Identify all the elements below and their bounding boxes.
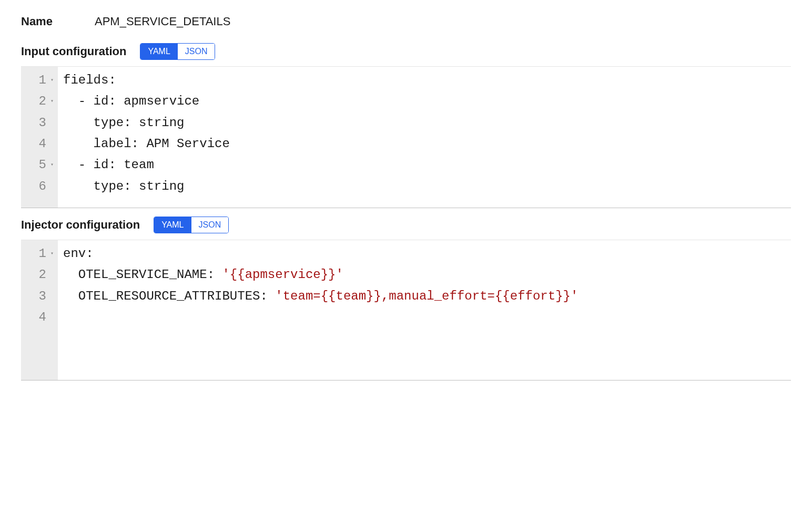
- input-config-editor[interactable]: 1▾2▾345▾6 fields: - id: apmservice type:…: [21, 66, 791, 208]
- name-row: Name APM_SERVICE_DETAILS: [21, 15, 791, 28]
- line-number: 2: [28, 264, 54, 285]
- injector-config-format-toggle: YAML JSON: [154, 217, 229, 233]
- name-label: Name: [21, 15, 95, 28]
- input-config-yaml-button[interactable]: YAML: [140, 44, 177, 59]
- line-number: 1▾: [28, 70, 54, 91]
- code-line: type: string: [63, 112, 786, 133]
- line-number: 3: [28, 112, 54, 133]
- line-number: 3: [28, 286, 54, 307]
- injector-config-yaml-button[interactable]: YAML: [154, 217, 191, 233]
- injector-config-gutter: 1▾234: [21, 240, 58, 380]
- input-config-code[interactable]: fields: - id: apmservice type: string la…: [58, 67, 791, 208]
- code-line: OTEL_SERVICE_NAME: '{{apmservice}}': [63, 264, 786, 285]
- line-number: 4: [28, 307, 54, 328]
- line-number: 4: [28, 133, 54, 155]
- line-number: 2▾: [28, 91, 54, 112]
- code-line: - id: team: [63, 155, 786, 176]
- injector-config-header: Injector configuration YAML JSON: [21, 217, 791, 233]
- code-line: type: string: [63, 176, 786, 197]
- input-config-label: Input configuration: [21, 45, 126, 58]
- fold-icon[interactable]: ▾: [48, 76, 54, 85]
- injector-config-editor[interactable]: 1▾234 env: OTEL_SERVICE_NAME: '{{apmserv…: [21, 240, 791, 381]
- input-config-header: Input configuration YAML JSON: [21, 43, 791, 60]
- injector-config-code[interactable]: env: OTEL_SERVICE_NAME: '{{apmservice}}'…: [58, 240, 791, 380]
- injector-config-json-button[interactable]: JSON: [191, 217, 229, 233]
- code-line: env:: [63, 243, 786, 264]
- input-config-format-toggle: YAML JSON: [140, 43, 215, 60]
- input-config-json-button[interactable]: JSON: [178, 44, 215, 59]
- injector-config-label: Injector configuration: [21, 218, 140, 232]
- code-line: label: APM Service: [63, 133, 786, 155]
- input-config-gutter: 1▾2▾345▾6: [21, 67, 58, 208]
- line-number: 5▾: [28, 155, 54, 176]
- fold-icon[interactable]: ▾: [48, 161, 54, 170]
- code-line: [63, 307, 786, 328]
- name-value: APM_SERVICE_DETAILS: [95, 15, 230, 28]
- code-line: fields:: [63, 70, 786, 91]
- fold-icon[interactable]: ▾: [48, 250, 54, 259]
- code-line: - id: apmservice: [63, 91, 786, 112]
- line-number: 6: [28, 176, 54, 197]
- code-line: OTEL_RESOURCE_ATTRIBUTES: 'team={{team}}…: [63, 286, 786, 307]
- fold-icon[interactable]: ▾: [48, 97, 54, 106]
- line-number: 1▾: [28, 243, 54, 264]
